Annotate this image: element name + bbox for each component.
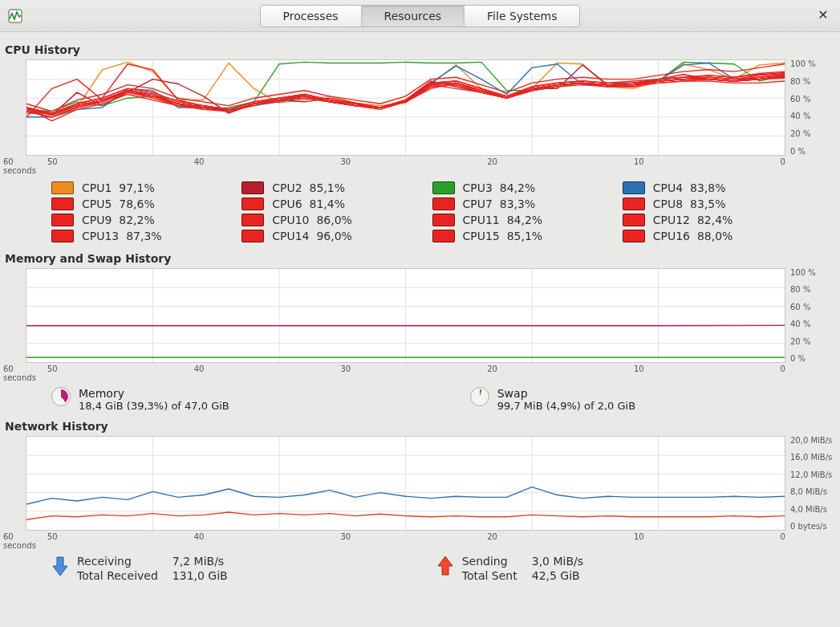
cpu-color-swatch — [623, 181, 645, 194]
yaxis-tick: 0 % — [790, 147, 834, 156]
cpu-color-swatch — [51, 197, 74, 210]
system-monitor-icon — [8, 9, 22, 23]
xaxis-tick: 0 — [781, 532, 785, 550]
xaxis-tick: 40 — [194, 364, 205, 382]
cpu-color-swatch — [432, 181, 455, 194]
memory-pie-icon — [51, 387, 71, 406]
cpu-legend-item[interactable]: CPU14 96,0% — [241, 230, 408, 242]
yaxis-tick: 20 % — [790, 337, 834, 346]
cpu-legend-item[interactable]: CPU6 81,4% — [241, 197, 408, 210]
cpu-legend-label: CPU11 84,2% — [463, 214, 543, 226]
cpu-color-swatch — [432, 214, 455, 226]
cpu-color-swatch — [241, 197, 264, 210]
memory-label: Memory — [79, 387, 229, 400]
cpu-legend-item[interactable]: CPU2 85,1% — [241, 181, 408, 194]
cpu-color-swatch — [51, 214, 74, 226]
cpu-legend-item[interactable]: CPU4 83,8% — [623, 181, 789, 194]
memory-chart — [26, 268, 785, 363]
memory-legend-item: Memory 18,4 GiB (39,3%) of 47,0 GiB — [51, 387, 229, 412]
cpu-legend-item[interactable]: CPU8 83,5% — [623, 197, 789, 210]
cpu-legend-item[interactable]: CPU12 82,4% — [623, 214, 789, 226]
total-sent-label: Total Sent — [462, 569, 517, 582]
cpu-color-swatch — [241, 181, 264, 194]
sending-value: 3,0 MiB/s — [532, 555, 583, 568]
xaxis-tick: 10 — [634, 364, 644, 382]
total-received-value: 131,0 GiB — [172, 569, 228, 582]
sending-label: Sending — [462, 555, 517, 568]
cpu-legend-item[interactable]: CPU11 84,2% — [432, 214, 599, 226]
cpu-legend-item[interactable]: CPU16 88,0% — [623, 230, 789, 242]
swap-pie-icon — [470, 387, 489, 406]
yaxis-tick: 40 % — [790, 112, 834, 120]
cpu-legend-label: CPU12 82,4% — [653, 214, 733, 226]
cpu-legend-item[interactable]: CPU3 84,2% — [432, 181, 599, 194]
cpu-color-swatch — [623, 214, 645, 226]
tab-file-systems[interactable]: File Systems — [465, 6, 579, 26]
yaxis-tick: 0 bytes/s — [790, 522, 834, 531]
cpu-legend-label: CPU7 83,3% — [463, 197, 536, 210]
cpu-legend-item[interactable]: CPU7 83,3% — [432, 197, 599, 210]
yaxis-tick: 20 % — [790, 129, 834, 138]
yaxis-tick: 80 % — [790, 285, 834, 294]
cpu-legend-item[interactable]: CPU10 86,0% — [241, 214, 408, 226]
cpu-legend-label: CPU5 78,6% — [82, 197, 155, 210]
yaxis-tick: 8,0 MiB/s — [790, 487, 834, 496]
cpu-legend-label: CPU9 82,2% — [82, 214, 155, 226]
yaxis-tick: 4,0 MiB/s — [790, 505, 834, 514]
xaxis-tick: 30 — [340, 364, 351, 382]
cpu-legend-label: CPU4 83,8% — [653, 181, 726, 194]
cpu-legend-label: CPU2 85,1% — [272, 181, 345, 194]
cpu-legend-item[interactable]: CPU9 82,2% — [51, 214, 217, 226]
sending-legend-item: Sending 3,0 MiB/s Total Sent 42,5 GiB — [436, 555, 583, 582]
xaxis-tick: 0 — [781, 364, 785, 382]
total-received-label: Total Received — [77, 569, 158, 582]
cpu-color-swatch — [432, 197, 455, 210]
xaxis-tick: 40 — [194, 157, 205, 175]
cpu-color-swatch — [51, 181, 74, 194]
cpu-legend-label: CPU1 97,1% — [82, 181, 155, 194]
xaxis-tick: 40 — [194, 532, 205, 550]
xaxis-tick: 50 — [47, 532, 58, 550]
xaxis-tick: 10 — [634, 157, 644, 175]
close-icon[interactable]: ✕ — [816, 8, 830, 22]
yaxis-tick: 0 % — [790, 354, 834, 363]
memory-yaxis: 100 %80 %60 %40 %20 %0 % — [785, 268, 834, 363]
cpu-color-swatch — [432, 230, 455, 242]
yaxis-tick: 12,0 MiB/s — [790, 470, 834, 479]
cpu-color-swatch — [623, 197, 645, 210]
network-yaxis: 20,0 MiB/s16,0 MiB/s12,0 MiB/s8,0 MiB/s4… — [785, 436, 834, 531]
cpu-history-title: CPU History — [5, 43, 835, 56]
cpu-legend-label: CPU3 84,2% — [463, 181, 536, 194]
xaxis-tick: 30 — [340, 532, 351, 550]
yaxis-tick: 20,0 MiB/s — [790, 436, 834, 445]
cpu-legend-item[interactable]: CPU13 87,3% — [51, 230, 217, 242]
swap-label: Swap — [497, 387, 635, 400]
cpu-color-swatch — [241, 214, 264, 226]
memory-value: 18,4 GiB (39,3%) of 47,0 GiB — [79, 400, 229, 412]
tab-resources[interactable]: Resources — [362, 6, 465, 26]
xaxis-tick: 50 — [47, 364, 58, 382]
cpu-color-swatch — [623, 230, 645, 242]
cpu-color-swatch — [241, 230, 264, 242]
tab-processes[interactable]: Processes — [261, 6, 362, 26]
cpu-chart — [26, 59, 785, 156]
receiving-value: 7,2 MiB/s — [172, 555, 228, 568]
download-arrow-icon — [51, 555, 69, 577]
network-chart — [26, 436, 785, 531]
yaxis-tick: 100 % — [790, 268, 834, 277]
cpu-legend-item[interactable]: CPU5 78,6% — [51, 197, 217, 210]
cpu-legend-item[interactable]: CPU15 85,1% — [432, 230, 599, 242]
network-history-title: Network History — [5, 420, 835, 433]
cpu-color-swatch — [51, 230, 74, 242]
upload-arrow-icon — [436, 555, 454, 577]
cpu-legend-item[interactable]: CPU1 97,1% — [51, 181, 217, 194]
receiving-legend-item: Receiving 7,2 MiB/s Total Received 131,0… — [51, 555, 228, 582]
xaxis-tick: 30 — [340, 157, 351, 175]
yaxis-tick: 16,0 MiB/s — [790, 453, 834, 462]
xaxis-tick: 0 — [781, 157, 785, 175]
xaxis-tick: 10 — [634, 532, 644, 550]
xaxis-tick: 20 — [487, 532, 497, 550]
receiving-label: Receiving — [77, 555, 158, 568]
xaxis-tick: 50 — [47, 157, 58, 175]
yaxis-tick: 80 % — [790, 77, 834, 86]
